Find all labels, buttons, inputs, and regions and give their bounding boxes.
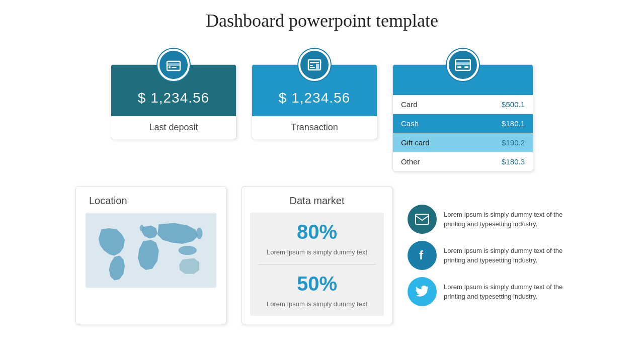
world-map <box>86 213 216 288</box>
transaction-label: Transaction <box>252 116 377 139</box>
breakdown-icon <box>447 49 479 81</box>
divider <box>258 264 376 264</box>
data-market-inner: 80% Lorem Ipsum is simply dummy text 50%… <box>250 213 384 316</box>
svg-rect-3 <box>172 67 177 68</box>
email-text: Lorem Ipsum is simply dummy text of the … <box>444 210 569 229</box>
data-market-card: Data market 80% Lorem Ipsum is simply du… <box>242 187 392 324</box>
stat2-percent: 50% <box>297 273 337 295</box>
svg-point-15 <box>196 228 202 239</box>
breakdown-rows: Card $500.1 Cash $180.1 Gift card $190.2… <box>393 95 533 171</box>
deposit-icon <box>157 49 190 81</box>
stat2-label: Lorem Ipsum is simply dummy text <box>267 300 367 308</box>
transaction-icon <box>298 49 331 81</box>
data-market-title: Data market <box>290 195 345 207</box>
svg-rect-6 <box>310 65 313 66</box>
svg-rect-11 <box>457 66 461 68</box>
location-title: Location <box>84 195 127 207</box>
transaction-amount: $ 1,234.56 <box>279 90 350 106</box>
deposit-label: Last deposit <box>111 116 236 139</box>
twitter-text: Lorem Ipsum is simply dummy text of the … <box>444 282 569 302</box>
svg-rect-8 <box>316 64 319 69</box>
svg-rect-17 <box>416 214 429 224</box>
breakdown-card: Card $500.1 Cash $180.1 Gift card $190.2… <box>392 64 533 171</box>
svg-rect-7 <box>310 67 315 68</box>
social-column: Lorem Ipsum is simply dummy text of the … <box>408 187 569 324</box>
facebook-text: Lorem Ipsum is simply dummy text of the … <box>444 246 569 265</box>
social-item-facebook: f Lorem Ipsum is simply dummy text of th… <box>408 241 569 270</box>
email-icon <box>408 205 437 234</box>
breakdown-row-giftcard: Gift card $190.2 <box>393 133 533 152</box>
social-item-email: Lorem Ipsum is simply dummy text of the … <box>408 205 569 234</box>
svg-point-2 <box>169 66 171 68</box>
breakdown-row-card: Card $500.1 <box>393 95 533 114</box>
svg-rect-12 <box>464 66 468 68</box>
svg-text:f: f <box>419 248 424 262</box>
page-title: Dashboard powerpoint template <box>20 10 624 31</box>
location-card: Location <box>75 187 226 324</box>
deposit-amount: $ 1,234.56 <box>138 90 209 106</box>
transaction-card: $ 1,234.56 Transaction <box>252 64 377 139</box>
twitter-icon <box>408 277 437 306</box>
last-deposit-card: $ 1,234.56 Last deposit <box>111 64 236 139</box>
stat1-label: Lorem Ipsum is simply dummy text <box>267 248 367 256</box>
social-item-twitter: Lorem Ipsum is simply dummy text of the … <box>408 277 569 306</box>
stat1-percent: 80% <box>297 221 337 243</box>
svg-rect-1 <box>167 63 180 66</box>
svg-rect-10 <box>455 62 470 65</box>
svg-point-14 <box>179 246 197 255</box>
svg-point-16 <box>140 225 144 231</box>
svg-rect-5 <box>310 62 319 63</box>
breakdown-row-other: Other $180.3 <box>393 152 533 171</box>
breakdown-row-cash: Cash $180.1 <box>393 114 533 133</box>
facebook-icon: f <box>408 241 437 270</box>
